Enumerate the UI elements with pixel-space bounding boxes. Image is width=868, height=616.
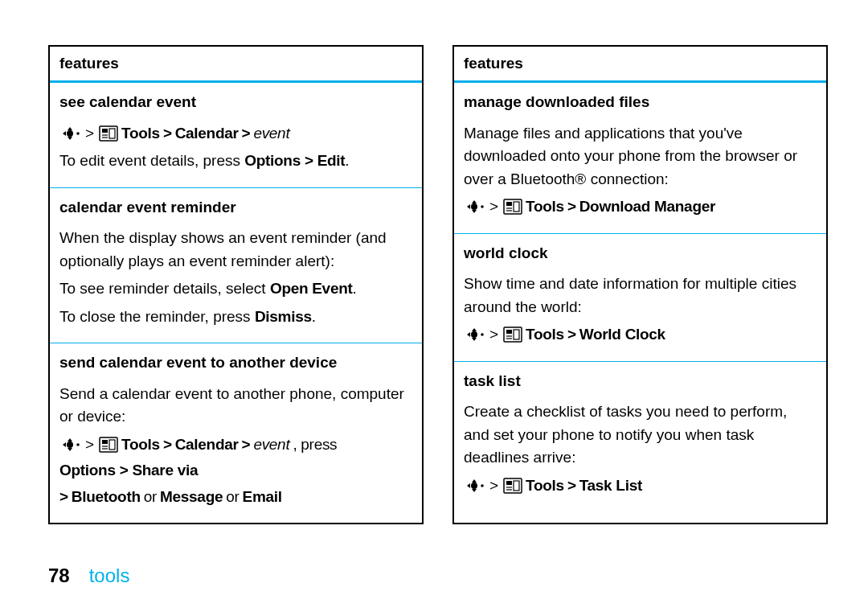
body-text: Send a calendar event to another phone, …	[59, 383, 412, 429]
menu-item: Message	[160, 486, 223, 509]
cell-send-calendar-event: send calendar event to another device Se…	[50, 343, 422, 523]
body-text: Create a checklist of tasks you need to …	[464, 400, 817, 470]
nav-key-icon	[464, 199, 485, 215]
text: .	[312, 308, 316, 325]
nav-sep: >	[489, 195, 498, 219]
cell-task-list: task list Create a checklist of tasks yo…	[454, 362, 826, 512]
nav-path-2: Task List	[579, 474, 642, 498]
nav-path-1: Tools	[526, 323, 564, 347]
nav-path: > Tools > Task List	[464, 474, 817, 498]
cell-title: send calendar event to another device	[59, 351, 412, 375]
body-text: To edit event details, press Options > E…	[59, 150, 412, 173]
menu-item: Email	[243, 486, 282, 509]
text: , press	[293, 433, 337, 457]
nav-key-icon	[59, 437, 80, 453]
text: To close the reminder, press	[59, 308, 255, 325]
nav-sep: >	[567, 474, 576, 498]
nav-key-icon	[464, 326, 485, 343]
cell-calendar-event-reminder: calendar event reminder When the display…	[50, 188, 422, 344]
cell-title: see calendar event	[59, 91, 412, 114]
nav-sep: >	[489, 323, 498, 347]
nav-path: > Tools > World Clock	[464, 323, 817, 347]
nav-sep: >	[59, 486, 68, 509]
cell-title: calendar event reminder	[59, 196, 412, 220]
nav-sep: >	[85, 122, 94, 146]
nav-sep: >	[567, 195, 576, 219]
nav-path-2: Download Manager	[579, 195, 715, 219]
cell-manage-downloaded-files: manage downloaded files Manage files and…	[454, 83, 826, 234]
tools-icon	[503, 326, 522, 343]
nav-path-1: Tools	[526, 195, 564, 219]
tools-icon	[99, 125, 118, 142]
nav-key-icon	[464, 478, 485, 494]
tools-icon	[99, 437, 118, 453]
nav-path-line2: > Bluetooth or Message or Email	[59, 486, 412, 509]
body-text: When the display shows an event reminder…	[59, 227, 412, 273]
nav-sep: >	[567, 323, 576, 347]
menu-item: Dismiss	[255, 308, 312, 325]
tools-icon	[503, 478, 522, 494]
nav-path-1: Tools	[121, 433, 160, 457]
text: .	[352, 280, 356, 297]
cell-title: manage downloaded files	[464, 91, 817, 114]
cell-title: world clock	[464, 242, 817, 265]
nav-path-2: Calendar	[175, 433, 239, 457]
nav-path: > Tools > Calendar > event	[59, 122, 412, 146]
nav-path-2: Calendar	[175, 122, 239, 146]
cell-see-calendar-event: see calendar event > Tools > Calendar > …	[50, 83, 422, 188]
text: To edit event details, press	[59, 152, 244, 169]
nav-sep: >	[489, 474, 498, 498]
body-text: To see reminder details, select Open Eve…	[59, 277, 412, 301]
nav-sep: >	[163, 122, 172, 146]
nav-path-2: World Clock	[579, 323, 665, 347]
body-text: Manage files and applications that you'v…	[464, 122, 817, 191]
nav-key-icon	[59, 125, 80, 142]
text: To see reminder details, select	[59, 280, 270, 297]
nav-sep: >	[242, 122, 251, 146]
page-content: features see calendar event > Tools > Ca…	[0, 0, 868, 524]
nav-sep: >	[85, 433, 94, 457]
left-table: features see calendar event > Tools > Ca…	[48, 45, 424, 524]
menu-item: Open Event	[270, 280, 353, 297]
nav-path: > Tools > Download Manager	[464, 195, 817, 219]
text: or	[226, 486, 239, 509]
page-number: 78	[48, 565, 70, 587]
right-header: features	[454, 47, 826, 83]
nav-sep: >	[242, 433, 251, 457]
cell-title: task list	[464, 370, 817, 393]
nav-sep: >	[163, 433, 172, 457]
text: .	[345, 152, 349, 169]
nav-path-1: Tools	[526, 474, 564, 498]
body-text: To close the reminder, press Dismiss.	[59, 306, 412, 329]
nav-path: > Tools > Calendar > event, press Option…	[59, 433, 412, 483]
text: or	[144, 486, 157, 509]
right-table: features manage downloaded files Manage …	[452, 45, 828, 524]
tools-icon	[503, 199, 522, 215]
page-footer: 78 tools	[48, 565, 129, 587]
nav-path-1: Tools	[121, 122, 160, 146]
body-text: Show time and date information for multi…	[464, 273, 817, 318]
nav-tail: event	[253, 433, 289, 457]
left-header: features	[50, 47, 422, 83]
nav-tail: event	[253, 122, 289, 146]
menu-path: Options > Edit	[244, 152, 345, 169]
menu-path: Options > Share via	[59, 459, 198, 483]
cell-world-clock: world clock Show time and date informati…	[454, 234, 826, 362]
section-label: tools	[89, 565, 130, 587]
menu-item: Bluetooth	[72, 486, 141, 509]
